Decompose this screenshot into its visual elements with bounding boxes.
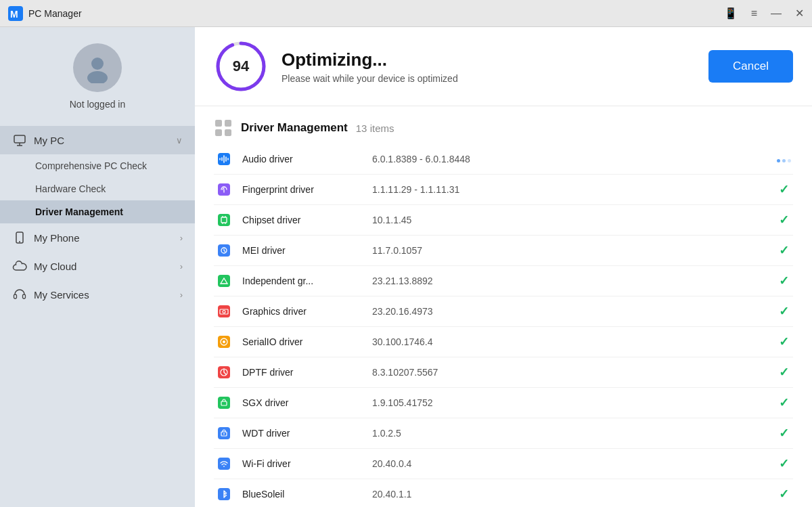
- svg-rect-27: [218, 275, 230, 287]
- driver-status: ✓: [774, 243, 793, 258]
- table-row: BlueSoleil20.40.1.1✓: [214, 479, 793, 507]
- driver-list-area: Driver Management 13 items Audio driver6…: [195, 106, 812, 507]
- driver-name: MEI driver: [242, 245, 364, 256]
- driver-management-label: Driver Management: [35, 206, 123, 217]
- phone-nav-icon: [12, 230, 27, 245]
- driver-version: 23.20.16.4973: [372, 306, 766, 317]
- driver-icon: [214, 332, 234, 352]
- minimize-icon[interactable]: —: [771, 7, 782, 20]
- svg-point-3: [87, 71, 108, 83]
- driver-version: 20.40.1.1: [372, 489, 766, 500]
- driver-status: ✓: [774, 304, 793, 319]
- chevron-right-services-icon: ›: [180, 290, 183, 300]
- cloud-icon: [12, 259, 27, 273]
- optimizing-text-block: Optimizing... Please wait while your dev…: [281, 49, 695, 84]
- driver-icon: [214, 149, 234, 169]
- check-icon: ✓: [779, 457, 789, 470]
- driver-name: WDT driver: [242, 428, 364, 439]
- sidebar-item-driver-management[interactable]: Driver Management: [0, 200, 195, 223]
- menu-icon[interactable]: ≡: [751, 7, 757, 20]
- driver-version: 11.7.0.1057: [372, 245, 766, 256]
- check-icon: ✓: [779, 396, 789, 410]
- table-row: WDT driver1.0.2.5✓: [214, 418, 793, 449]
- phone-icon[interactable]: 📱: [724, 7, 738, 20]
- driver-version: 1.1.11.29 - 1.1.11.31: [372, 184, 766, 195]
- driver-icon: [214, 484, 234, 504]
- driver-status: ✓: [774, 334, 793, 349]
- table-row: SGX driver1.9.105.41752✓: [214, 388, 793, 418]
- app-title: PC Manager: [28, 8, 82, 19]
- headset-icon: [12, 287, 27, 302]
- sidebar-myphone-label: My Phone: [34, 232, 173, 244]
- table-row: Graphics driver23.20.16.4973✓: [214, 296, 793, 327]
- check-icon: ✓: [779, 244, 789, 257]
- table-row: Fingerprint driver1.1.11.29 - 1.1.11.31✓: [214, 175, 793, 205]
- driver-status: ✓: [774, 487, 793, 502]
- title-bar: M PC Manager 📱 ≡ — ✕: [0, 0, 812, 27]
- driver-version: 1.0.2.5: [372, 428, 766, 439]
- driver-icon: [214, 210, 234, 230]
- cancel-button[interactable]: Cancel: [708, 50, 793, 83]
- optimizing-subtitle: Please wait while your device is optimiz…: [281, 73, 695, 84]
- driver-version: 10.1.1.45: [372, 215, 766, 225]
- main-layout: Not logged in My PC ∨ Comprehensive PC C…: [0, 27, 812, 507]
- table-row: DPTF driver8.3.10207.5567✓: [214, 357, 793, 388]
- svg-rect-19: [218, 214, 230, 226]
- sidebar-item-comprehensive-check[interactable]: Comprehensive PC Check: [0, 154, 195, 177]
- svg-rect-16: [225, 129, 231, 136]
- check-icon: ✓: [779, 366, 789, 379]
- driver-icon: [214, 271, 234, 291]
- hardware-check-label: Hardware Check: [35, 183, 106, 194]
- sidebar-item-my-pc[interactable]: My PC ∨: [0, 126, 195, 154]
- svg-point-2: [91, 58, 104, 70]
- sidebar-item-my-cloud[interactable]: My Cloud ›: [0, 252, 195, 280]
- driver-name: DPTF driver: [242, 367, 364, 378]
- svg-rect-13: [215, 120, 222, 127]
- svg-point-8: [19, 241, 20, 242]
- driver-status: ✓: [774, 395, 793, 410]
- check-icon: ✓: [779, 426, 789, 440]
- driver-status: ✓: [774, 365, 793, 380]
- chevron-right-phone-icon: ›: [180, 233, 183, 243]
- driver-rows-container: Audio driver6.0.1.8389 - 6.0.1.8448Finge…: [214, 144, 793, 507]
- title-bar-controls: 📱 ≡ — ✕: [724, 7, 804, 20]
- driver-name: Chipset driver: [242, 215, 364, 225]
- title-bar-left: M PC Manager: [8, 6, 82, 21]
- sidebar-mypc-label: My PC: [34, 135, 169, 146]
- table-row: Wi-Fi driver20.40.0.4✓: [214, 449, 793, 479]
- driver-icon: [214, 362, 234, 382]
- sidebar-item-hardware-check[interactable]: Hardware Check: [0, 177, 195, 200]
- driver-icon: [214, 240, 234, 261]
- sidebar-item-my-phone[interactable]: My Phone ›: [0, 223, 195, 252]
- driver-section-count: 13 items: [356, 123, 394, 134]
- chevron-right-cloud-icon: ›: [180, 261, 183, 271]
- driver-status: ✓: [774, 426, 793, 441]
- driver-section-header: Driver Management 13 items: [214, 106, 793, 144]
- svg-point-40: [223, 433, 225, 435]
- driver-management-icon: [214, 118, 233, 137]
- driver-icon: [214, 301, 234, 322]
- login-status[interactable]: Not logged in: [70, 99, 126, 110]
- sidebar-nav: My PC ∨ Comprehensive PC Check Hardware …: [0, 123, 195, 507]
- driver-icon: [214, 179, 234, 200]
- driver-name: SGX driver: [242, 397, 364, 408]
- check-icon: ✓: [779, 183, 789, 196]
- table-row: SerialIO driver30.100.1746.4✓: [214, 327, 793, 357]
- avatar: [73, 43, 122, 92]
- svg-rect-10: [23, 294, 26, 299]
- svg-point-33: [223, 340, 225, 343]
- svg-rect-4: [14, 135, 25, 143]
- svg-rect-15: [215, 129, 222, 136]
- check-icon: ✓: [779, 274, 789, 288]
- sidebar-mycloud-label: My Cloud: [34, 261, 173, 272]
- svg-text:M: M: [10, 9, 18, 20]
- close-icon[interactable]: ✕: [795, 7, 804, 20]
- sidebar-item-my-services[interactable]: My Services ›: [0, 280, 195, 309]
- monitor-icon: [12, 133, 27, 148]
- driver-name: BlueSoleil: [242, 489, 364, 500]
- table-row: MEI driver11.7.0.1057✓: [214, 236, 793, 266]
- driver-section-title: Driver Management: [241, 121, 348, 135]
- sidebar-profile: Not logged in: [0, 27, 195, 123]
- check-icon: ✓: [779, 213, 789, 227]
- driver-name: Wi-Fi driver: [242, 458, 364, 469]
